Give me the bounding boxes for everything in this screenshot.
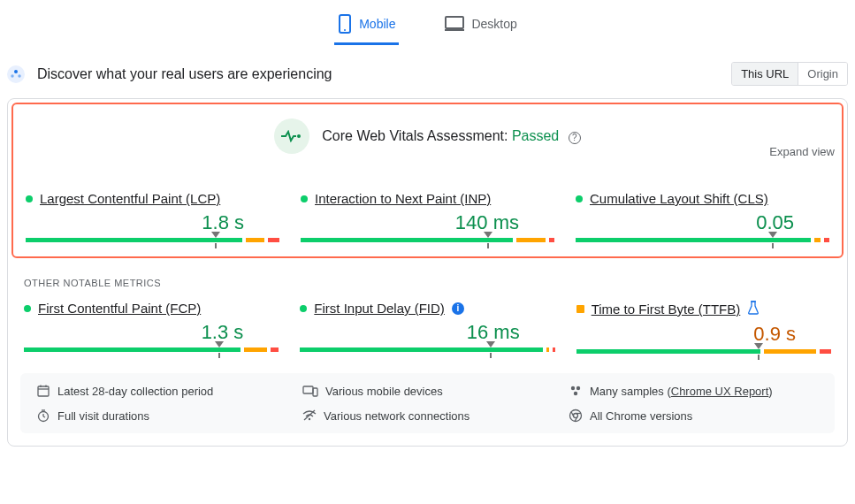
help-icon[interactable]: ?	[569, 132, 581, 144]
metric-card: First Input Delay (FID)i16 ms	[300, 301, 554, 354]
foot-period: Latest 28-day collection period	[36, 384, 286, 398]
metric-card: First Contentful Paint (FCP)1.3 s	[24, 301, 279, 354]
crux-link[interactable]: Chrome UX Report	[671, 385, 769, 398]
tab-label: Desktop	[471, 17, 516, 31]
metric-name-link[interactable]: Cumulative Layout Shift (CLS)	[590, 191, 768, 206]
percentile-marker	[768, 232, 777, 238]
foot-samples: Many samples (Chrome UX Report)	[569, 384, 819, 398]
metric-card: Cumulative Layout Shift (CLS)0.05	[576, 191, 829, 242]
metric-card: Interaction to Next Paint (INP)140 ms	[301, 191, 554, 242]
chrome-icon	[569, 409, 583, 423]
svg-point-15	[571, 386, 575, 390]
header-row: Discover what your real users are experi…	[0, 46, 855, 95]
page-title: Discover what your real users are experi…	[37, 66, 332, 82]
field-data-panel: Core Web Vitals Assessment: Passed ? Exp…	[7, 98, 848, 447]
metric-card: Time to First Byte (TTFB)0.9 s	[576, 301, 831, 354]
other-metrics-row: First Contentful Paint (FCP)1.3 sFirst I…	[8, 294, 847, 370]
metric-value: 140 ms	[301, 211, 554, 234]
metric-name-link[interactable]: Largest Contentful Paint (LCP)	[40, 191, 220, 206]
svg-line-20	[43, 416, 45, 417]
svg-rect-13	[303, 386, 313, 393]
status-dot	[301, 195, 308, 202]
distribution-bar	[576, 349, 831, 354]
metric-value: 0.05	[576, 211, 829, 234]
calendar-icon	[36, 384, 50, 398]
svg-rect-9	[38, 386, 49, 396]
info-icon[interactable]: i	[452, 302, 464, 315]
distribution-bar	[24, 347, 279, 352]
svg-point-17	[574, 392, 577, 395]
metric-name-link[interactable]: Time to First Byte (TTFB)	[592, 302, 741, 317]
foot-devices: Various mobile devices	[302, 384, 553, 398]
svg-point-7	[297, 134, 301, 138]
svg-point-6	[18, 74, 20, 77]
status-dot	[26, 195, 33, 202]
expand-view-link[interactable]: Expand view	[769, 145, 835, 158]
svg-point-5	[11, 74, 13, 77]
tab-mobile[interactable]: Mobile	[334, 7, 399, 45]
clock-icon	[36, 409, 50, 423]
samples-icon	[569, 384, 583, 398]
distribution-bar	[576, 238, 829, 242]
scope-toggle: This URL Origin	[731, 62, 848, 86]
metric-value: 1.3 s	[24, 321, 279, 344]
svg-rect-14	[313, 388, 317, 396]
metric-name-link[interactable]: First Input Delay (FID)	[314, 301, 445, 316]
percentile-marker	[211, 232, 220, 238]
status-dot	[576, 195, 583, 202]
tab-desktop[interactable]: Desktop	[441, 9, 520, 43]
status-dot	[576, 305, 584, 313]
device-tabs: Mobile Desktop	[0, 0, 855, 46]
mobile-icon	[338, 14, 352, 34]
metric-name-link[interactable]: First Contentful Paint (FCP)	[38, 301, 201, 316]
percentile-marker	[215, 341, 224, 347]
core-metrics-row: Largest Contentful Paint (LCP)1.8 sInter…	[26, 191, 829, 242]
percentile-marker	[486, 341, 495, 347]
assessment-text: Core Web Vitals Assessment: Passed ?	[322, 128, 580, 144]
distribution-bar	[301, 238, 554, 242]
distribution-bar	[300, 347, 554, 352]
wifi-icon	[302, 409, 317, 422]
foot-network: Various network connections	[302, 409, 553, 423]
metric-value: 16 ms	[300, 321, 554, 344]
percentile-marker	[484, 232, 492, 238]
percentile-marker	[754, 343, 763, 349]
core-web-vitals-block: Core Web Vitals Assessment: Passed ? Exp…	[11, 103, 844, 258]
assessment-status: Passed	[512, 128, 559, 143]
svg-rect-2	[446, 17, 463, 28]
data-context-footer: Latest 28-day collection period Various …	[20, 373, 835, 433]
tab-label: Mobile	[359, 17, 395, 31]
svg-point-4	[14, 70, 18, 73]
metric-value: 0.9 s	[576, 323, 831, 346]
pulse-icon	[274, 118, 309, 154]
devices-icon	[302, 385, 318, 397]
foot-versions: All Chrome versions	[569, 409, 819, 423]
metric-name-link[interactable]: Interaction to Next Paint (INP)	[315, 191, 491, 206]
flask-icon[interactable]	[747, 301, 760, 317]
status-dot	[300, 305, 307, 312]
scope-origin[interactable]: Origin	[798, 63, 847, 85]
foot-durations: Full visit durations	[36, 409, 286, 423]
metric-card: Largest Contentful Paint (LCP)1.8 s	[26, 191, 279, 242]
scope-this-url[interactable]: This URL	[732, 63, 798, 85]
status-dot	[24, 305, 31, 312]
distribution-bar	[26, 238, 279, 242]
users-icon	[7, 65, 25, 83]
svg-point-22	[309, 418, 310, 420]
svg-point-16	[576, 386, 580, 390]
svg-point-1	[344, 29, 346, 31]
desktop-icon	[445, 16, 464, 32]
other-metrics-label: OTHER NOTABLE METRICS	[8, 262, 847, 294]
assessment-row: Core Web Vitals Assessment: Passed ?	[26, 118, 829, 154]
svg-rect-3	[445, 29, 464, 31]
metric-value: 1.8 s	[26, 211, 279, 234]
